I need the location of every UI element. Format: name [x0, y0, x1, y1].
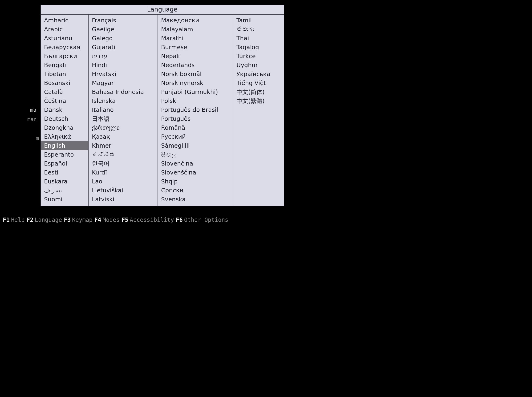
language-option[interactable]: Nepali — [158, 52, 233, 61]
language-option[interactable]: Қазақ — [89, 132, 158, 141]
language-option[interactable]: ქართული — [89, 123, 158, 132]
language-option[interactable]: Italiano — [89, 105, 158, 114]
language-option[interactable]: Română — [158, 123, 233, 132]
language-option[interactable]: Ελληνικά — [41, 132, 88, 141]
language-option[interactable]: Lietuviškai — [89, 186, 158, 195]
language-option[interactable]: Bengali — [41, 61, 88, 70]
language-option[interactable]: Íslenska — [89, 97, 158, 105]
language-option[interactable]: Dzongkha — [41, 123, 88, 132]
language-option[interactable]: Norsk bokmål — [158, 70, 233, 79]
language-option[interactable]: Македонски — [158, 16, 233, 25]
function-key[interactable]: F2Language — [27, 217, 62, 223]
language-option[interactable]: Punjabi (Gurmukhi) — [158, 87, 233, 97]
language-column: FrançaisGaeilgeGalegoGujaratiעבריתHindiH… — [88, 15, 158, 206]
language-option[interactable]: తెలుగు — [233, 25, 284, 34]
language-option[interactable]: Burmese — [158, 43, 233, 52]
language-option[interactable]: Български — [41, 52, 88, 61]
language-option[interactable]: Gaeilge — [89, 25, 158, 34]
language-option[interactable]: Sámegillii — [158, 141, 233, 150]
language-option[interactable]: Tiếng Việt — [233, 79, 284, 87]
language-option[interactable]: Українська — [233, 70, 284, 79]
function-key[interactable]: F4Modes — [94, 217, 120, 223]
language-option[interactable]: Tibetan — [41, 70, 88, 79]
function-key-code: F3 — [64, 217, 71, 223]
language-option[interactable]: Català — [41, 87, 88, 97]
language-columns: AmharicArabicAsturianuБеларускаяБългарск… — [41, 15, 284, 206]
language-option[interactable]: Português do Brasil — [158, 105, 233, 114]
language-option[interactable]: 中文(简体) — [233, 87, 284, 97]
language-option[interactable]: Српски — [158, 186, 233, 195]
language-option[interactable]: Français — [89, 16, 158, 25]
language-option[interactable]: Marathi — [158, 34, 233, 43]
language-option[interactable]: ಕನ್ನಡ — [89, 150, 158, 159]
language-option[interactable]: Esperanto — [41, 150, 88, 159]
language-column: TamilతెలుగుThaiTagalogTürkçeUyghurУкраїн… — [233, 15, 284, 206]
language-option[interactable]: Español — [41, 159, 88, 168]
language-option[interactable]: Kurdî — [89, 168, 158, 177]
language-option[interactable]: Shqip — [158, 177, 233, 186]
function-key[interactable]: F5Accessibility — [122, 217, 174, 223]
language-option[interactable]: Malayalam — [158, 25, 233, 34]
function-key[interactable]: F1Help — [3, 217, 25, 223]
language-option[interactable]: ىسراف — [41, 186, 88, 195]
language-option[interactable]: Suomi — [41, 195, 88, 204]
language-option[interactable]: Беларуская — [41, 43, 88, 52]
function-key[interactable]: F3Keymap — [64, 217, 93, 223]
function-key-code: F5 — [122, 217, 128, 223]
language-option[interactable]: Khmer — [89, 141, 158, 150]
language-option[interactable]: Uyghur — [233, 61, 284, 70]
language-option[interactable]: Asturianu — [41, 34, 88, 43]
language-option[interactable]: Bosanski — [41, 79, 88, 87]
language-option[interactable]: Eesti — [41, 168, 88, 177]
language-option[interactable]: Galego — [89, 34, 158, 43]
language-option[interactable]: Gujarati — [89, 43, 158, 52]
language-option[interactable]: Euskara — [41, 177, 88, 186]
language-option[interactable]: Bahasa Indonesia — [89, 87, 158, 97]
language-option[interactable]: Magyar — [89, 79, 158, 87]
language-option[interactable]: 日本語 — [89, 114, 158, 123]
function-key-label: Accessibility — [130, 217, 174, 223]
function-key-code: F2 — [27, 217, 33, 223]
background-text: man — [27, 116, 37, 122]
language-option[interactable]: 한국어 — [89, 159, 158, 168]
language-option[interactable]: Norsk nynorsk — [158, 79, 233, 87]
language-option[interactable]: Arabic — [41, 25, 88, 34]
language-column: AmharicArabicAsturianuБеларускаяБългарск… — [41, 15, 88, 206]
language-option[interactable]: English — [41, 141, 88, 150]
language-option[interactable]: Čeština — [41, 97, 88, 105]
language-option[interactable]: Slovenščina — [158, 168, 233, 177]
background-text: m — [36, 135, 39, 141]
function-key-label: Keymap — [72, 217, 93, 223]
language-dialog-title: Language — [41, 5, 284, 15]
language-option[interactable]: Português — [158, 114, 233, 123]
language-option[interactable]: Hindi — [89, 61, 158, 70]
language-option[interactable]: 中文(繁體) — [233, 97, 284, 105]
language-option[interactable]: Latviski — [89, 195, 158, 204]
language-option[interactable]: Tamil — [233, 16, 284, 25]
language-option[interactable]: Deutsch — [41, 114, 88, 123]
language-option[interactable]: Tagalog — [233, 43, 284, 52]
function-key-label: Other Options — [184, 217, 229, 223]
function-key-label: Language — [35, 217, 62, 223]
language-option[interactable]: Thai — [233, 34, 284, 43]
function-key-code: F4 — [94, 217, 101, 223]
language-option[interactable]: עברית — [89, 52, 158, 61]
language-option[interactable]: Svenska — [158, 195, 233, 204]
function-key[interactable]: F6Other Options — [176, 217, 229, 223]
language-option[interactable]: Türkçe — [233, 52, 284, 61]
language-dialog: Language AmharicArabicAsturianuБеларуска… — [41, 5, 284, 206]
function-key-label: Help — [11, 217, 25, 223]
background-text: ma — [30, 107, 37, 113]
language-option[interactable]: Lao — [89, 177, 158, 186]
function-key-bar: F1HelpF2LanguageF3KeymapF4ModesF5Accessi… — [3, 217, 230, 223]
language-option[interactable]: Dansk — [41, 105, 88, 114]
language-option[interactable]: Русский — [158, 132, 233, 141]
language-option[interactable]: Hrvatski — [89, 70, 158, 79]
language-column: МакедонскиMalayalamMarathiBurmeseNepaliN… — [158, 15, 233, 206]
language-option[interactable]: Slovenčina — [158, 159, 233, 168]
language-option[interactable]: Polski — [158, 97, 233, 105]
language-option[interactable]: Amharic — [41, 16, 88, 25]
function-key-label: Modes — [103, 217, 120, 223]
language-option[interactable]: සිංහල — [158, 150, 233, 159]
language-option[interactable]: Nederlands — [158, 61, 233, 70]
